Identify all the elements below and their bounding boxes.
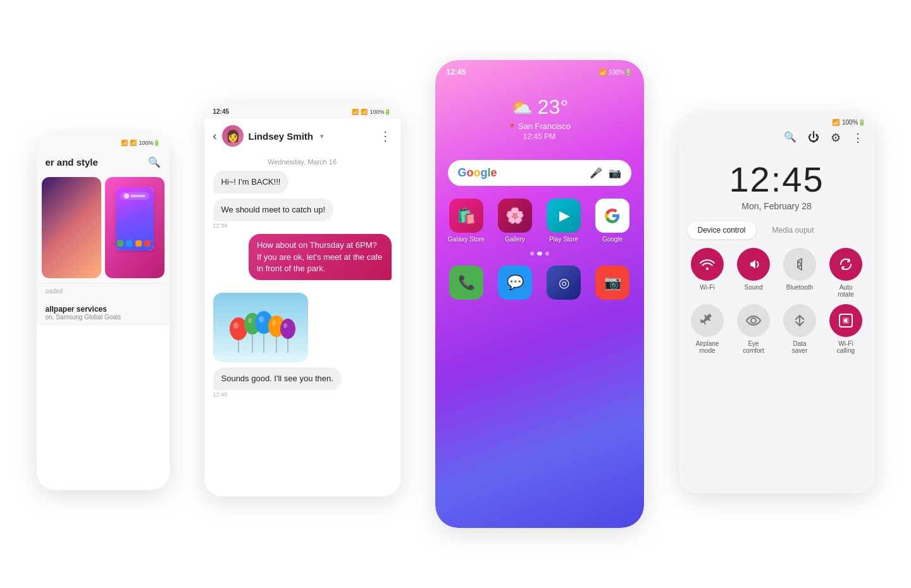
msg-bubble-1: Hi~! I'm BACK!!!	[213, 171, 392, 193]
dock-camera[interactable]: 📷	[592, 266, 634, 300]
status-bar-2: 12:45 📶 📶 100%🔋	[204, 104, 400, 119]
svg-point-11	[248, 318, 252, 323]
contact-chevron-icon: ▾	[320, 132, 324, 140]
scene: 📶 📶 100%🔋 er and style 🔍	[0, 0, 911, 588]
play-store-icon: ▶	[547, 199, 581, 233]
app-gallery[interactable]: 🌸 Gallery	[494, 199, 536, 243]
wifi-icon: 📶	[121, 140, 128, 146]
weather-time: 12:45 PM	[508, 132, 571, 141]
msg-bubble-4: Sounds good. I'll see you then. 12:40	[213, 367, 392, 398]
bottom-dock: 📞 💬 ◎ 📷	[445, 266, 634, 300]
eyecomfort-toggle[interactable]	[737, 304, 770, 337]
microphone-icon[interactable]: 🎤	[590, 167, 602, 179]
dock-messages[interactable]: 💬	[494, 266, 536, 300]
ws-title: allpaper services	[46, 305, 161, 314]
back-button[interactable]: ‹	[213, 130, 217, 143]
galaxy-store-icon: 🛍️	[449, 199, 483, 233]
autorotate-toggle[interactable]	[829, 248, 862, 281]
qs-sound[interactable]: Sound	[734, 248, 774, 298]
home-time: 12:45	[447, 68, 466, 77]
bubble-time-4: 12:40	[213, 391, 228, 398]
more-options-icon[interactable]: ⋮	[379, 128, 392, 144]
tab-media-output[interactable]: Media ouput	[762, 221, 824, 239]
bluetooth-toggle[interactable]	[783, 248, 816, 281]
wallpaper-thumb-2[interactable]	[105, 177, 164, 278]
wallpaper-services: allpaper services on, Samsung Global Goa…	[37, 298, 170, 326]
play-store-label: Play Store	[549, 236, 578, 243]
qs-bluetooth[interactable]: Bluetooth	[780, 248, 820, 298]
svg-point-15	[751, 318, 756, 323]
wallpaper-title: er and style	[46, 157, 98, 168]
contact-name[interactable]: Lindsey Smith	[249, 131, 314, 142]
dock-samsung[interactable]: ◎	[543, 266, 585, 300]
wallpaper-header: er and style 🔍	[37, 150, 170, 172]
galaxy-store-label: Galaxy Store	[448, 236, 485, 243]
qs-grid-row2: Airplanemode Eyecomfort	[679, 298, 875, 354]
status-bar-1: 📶 📶 100%🔋	[37, 136, 170, 150]
google-label: Google	[602, 236, 623, 243]
datasaver-label: Datasaver	[792, 340, 807, 354]
card-wallpaper: 📶 📶 100%🔋 er and style 🔍	[37, 136, 170, 490]
svg-point-14	[283, 323, 287, 328]
card-home: 12:45 📶 100%🔋 ⛅ 23° 📍 San Francisco 12:4…	[435, 60, 644, 528]
datasaver-toggle[interactable]	[783, 304, 816, 337]
svg-point-9	[280, 319, 295, 339]
msg-bubble-2: We should meet to catch up! 12:34	[213, 199, 392, 229]
tab-device-control[interactable]: Device control	[688, 221, 756, 239]
app-google[interactable]: Google	[592, 199, 634, 243]
qs-airplane[interactable]: Airplanemode	[688, 304, 728, 354]
wificalling-toggle[interactable]	[829, 304, 862, 337]
qs-power-icon[interactable]: ⏻	[808, 131, 819, 145]
signal-icon-2: 📶	[361, 109, 368, 115]
search-icon[interactable]: 🔍	[148, 156, 161, 168]
bubble-text-2: We should meet to catch up!	[213, 199, 334, 221]
messages-icon: 💬	[498, 266, 532, 300]
dot-3	[545, 252, 549, 255]
qs-wifi[interactable]: Wi-Fi	[688, 248, 728, 298]
search-bar[interactable]: Google 🎤 📷	[448, 160, 631, 186]
qs-more-icon[interactable]: ⋮	[852, 131, 864, 145]
battery-text: 100%🔋	[139, 140, 160, 146]
samsung-icon: ◎	[547, 266, 581, 300]
weather-temp: 23°	[538, 95, 568, 119]
camera-search-icon[interactable]: 📷	[609, 167, 621, 179]
msg-date: Wednesday, March 16	[204, 152, 400, 171]
wifi-toggle[interactable]	[691, 248, 724, 281]
dot-1	[530, 252, 534, 255]
gallery-icon: 🌸	[498, 199, 532, 233]
qs-settings-icon[interactable]: ⚙	[831, 131, 841, 145]
card-messages: 12:45 📶 📶 100%🔋 ‹ 👩 Lindsey Smith ▾ ⋮ We…	[204, 104, 400, 496]
balloon-image	[213, 293, 308, 362]
sound-toggle[interactable]	[737, 248, 770, 281]
app-play-store[interactable]: ▶ Play Store	[543, 199, 585, 243]
wifi-icon-3: 📶	[599, 69, 607, 76]
gallery-label: Gallery	[505, 236, 525, 243]
bubble-time-3: 12:39	[377, 281, 392, 288]
app-galaxy-store[interactable]: 🛍️ Galaxy Store	[445, 199, 488, 243]
autorotate-label: Autorotate	[838, 284, 854, 298]
home-dots	[435, 252, 644, 255]
mini-phone	[116, 187, 154, 250]
home-wallpaper: 12:45 📶 100%🔋 ⛅ 23° 📍 San Francisco 12:4…	[435, 60, 644, 528]
qs-autorotate[interactable]: Autorotate	[826, 248, 866, 298]
wallpaper-thumb-1[interactable]	[42, 177, 101, 278]
airplane-toggle[interactable]	[691, 304, 724, 337]
google-logo: Google	[458, 166, 497, 180]
bubble-text-1: Hi~! I'm BACK!!!	[213, 171, 289, 193]
search-bar-icons: 🎤 📷	[590, 167, 621, 179]
app-dock: 🛍️ Galaxy Store 🌸 Gallery ▶ Play Store	[445, 199, 634, 243]
qs-grid-row1: Wi-Fi Sound Bluetooth	[679, 244, 875, 298]
msg-header: ‹ 👩 Lindsey Smith ▾ ⋮	[204, 119, 400, 152]
msg-bubble-3: How about on Thursday at 6PM? If you are…	[213, 234, 392, 288]
dot-2	[537, 252, 542, 255]
qs-datasaver[interactable]: Datasaver	[780, 304, 820, 354]
qs-wificalling[interactable]: Wi-Ficalling	[826, 304, 866, 354]
bubble-text-4: Sounds good. I'll see you then.	[213, 367, 342, 390]
wallpaper-grid	[37, 172, 170, 283]
airplane-label: Airplanemode	[696, 340, 719, 354]
qs-eyecomfort[interactable]: Eyecomfort	[734, 304, 774, 354]
status-icons-1: 📶 📶 100%🔋	[121, 140, 160, 146]
qs-search-icon[interactable]: 🔍	[784, 131, 796, 145]
dock-phone[interactable]: 📞	[445, 266, 488, 300]
contact-avatar: 👩	[222, 125, 244, 147]
